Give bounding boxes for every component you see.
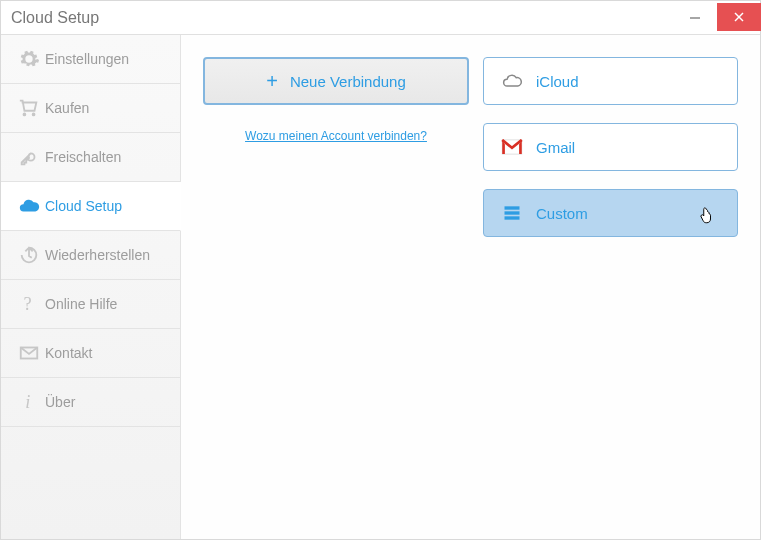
cloud-icon [13,195,45,217]
cart-icon [13,97,45,119]
sidebar-item-label: Über [45,394,75,410]
sidebar-item-unlock[interactable]: Freischalten [1,133,180,182]
provider-list: iCloud Gmail [469,57,738,517]
sidebar-item-label: Freischalten [45,149,121,165]
sidebar-item-label: Kontakt [45,345,92,361]
minimize-button[interactable] [673,4,717,32]
sidebar-item-contact[interactable]: Kontakt [1,329,180,378]
why-connect-link[interactable]: Wozu meinen Account verbinden? [203,129,469,143]
close-icon [734,12,744,22]
sidebar-item-settings[interactable]: Einstellungen [1,35,180,84]
sidebar-item-restore[interactable]: Wiederherstellen [1,231,180,280]
provider-label: iCloud [536,73,579,90]
provider-gmail[interactable]: Gmail [483,123,738,171]
new-connection-label: Neue Verbindung [290,73,406,90]
restore-icon [13,244,45,266]
sidebar-item-label: Cloud Setup [45,198,122,214]
new-connection-button[interactable]: + Neue Verbindung [203,57,469,105]
titlebar: Cloud Setup [1,1,760,35]
sidebar-item-cloud-setup[interactable]: Cloud Setup [1,182,181,231]
provider-label: Custom [536,205,588,222]
window-title: Cloud Setup [1,9,99,27]
minimize-icon [690,13,700,23]
provider-label: Gmail [536,139,575,156]
main-panel: + Neue Verbindung Wozu meinen Account ve… [181,35,760,539]
sidebar-item-buy[interactable]: Kaufen [1,84,180,133]
sidebar-item-label: Kaufen [45,100,89,116]
mail-icon [13,342,45,364]
sidebar-item-help[interactable]: ? Online Hilfe [1,280,180,329]
key-icon [13,146,45,168]
provider-custom[interactable]: Custom [483,189,738,237]
help-icon: ? [13,293,45,315]
gmail-icon [498,139,526,155]
sidebar: Einstellungen Kaufen Freischalten Cloud … [1,35,181,539]
svg-rect-7 [505,206,520,209]
close-button[interactable] [717,3,761,31]
window-body: Einstellungen Kaufen Freischalten Cloud … [1,35,760,539]
svg-text:?: ? [24,294,32,314]
cloud-outline-icon [498,71,526,91]
svg-rect-8 [505,211,520,214]
server-icon [498,203,526,223]
sidebar-item-label: Online Hilfe [45,296,117,312]
sidebar-item-label: Wiederherstellen [45,247,150,263]
provider-icloud[interactable]: iCloud [483,57,738,105]
pointer-cursor-icon [697,206,715,226]
plus-icon: + [266,70,278,93]
svg-text:i: i [25,392,30,412]
info-icon: i [13,391,45,413]
svg-rect-9 [505,216,520,219]
gear-icon [13,48,45,70]
sidebar-item-label: Einstellungen [45,51,129,67]
window-controls [673,1,760,34]
app-window: Cloud Setup Einstellungen [0,0,761,540]
main-left-column: + Neue Verbindung Wozu meinen Account ve… [203,57,469,517]
sidebar-item-about[interactable]: i Über [1,378,180,427]
